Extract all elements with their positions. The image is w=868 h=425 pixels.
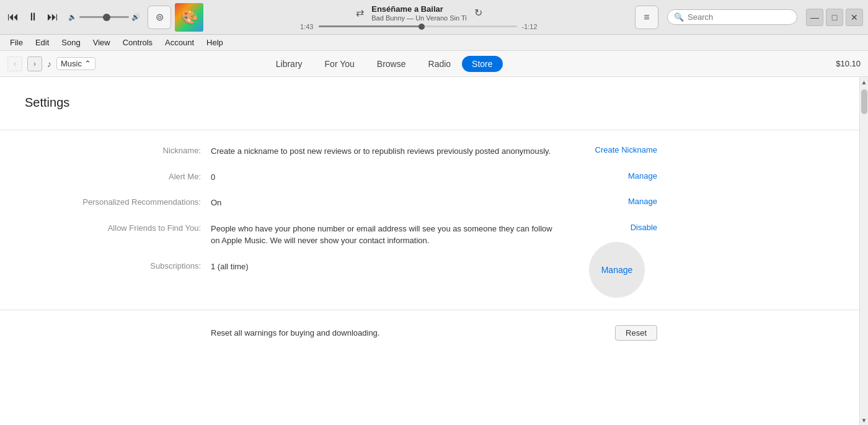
settings-row-recommendations: Personalized Recommendations: On Manage bbox=[25, 197, 835, 209]
subscriptions-value: 1 (all time) bbox=[211, 261, 558, 273]
play-pause-button[interactable]: ⏸ bbox=[25, 8, 41, 26]
minimize-button[interactable]: — bbox=[806, 9, 823, 26]
menu-song[interactable]: Song bbox=[56, 37, 85, 48]
scroll-up-arrow[interactable]: ▲ bbox=[860, 77, 868, 87]
back-button[interactable]: ‹ bbox=[7, 56, 22, 71]
airplay-icon: ⊚ bbox=[156, 11, 164, 23]
bottom-divider bbox=[0, 310, 859, 310]
section-icon-wrap: ♪ bbox=[47, 59, 51, 69]
repeat-button[interactable]: ↻ bbox=[474, 7, 482, 19]
volume-low-icon: 🔈 bbox=[68, 13, 77, 21]
settings-panel: Settings Nickname: Create a nickname to … bbox=[0, 77, 859, 373]
main-content: Settings Nickname: Create a nickname to … bbox=[0, 77, 859, 425]
volume-thumb[interactable] bbox=[103, 14, 110, 21]
recommendations-manage-link[interactable]: Manage bbox=[628, 197, 657, 206]
section-arrow-icon: ⌃ bbox=[84, 59, 91, 68]
forward-button[interactable]: › bbox=[27, 56, 42, 71]
menu-bar: File Edit Song View Controls Account Hel… bbox=[0, 35, 868, 51]
menu-file[interactable]: File bbox=[5, 37, 28, 48]
tab-for-you[interactable]: For You bbox=[314, 55, 366, 73]
volume-track[interactable] bbox=[79, 16, 129, 18]
tab-radio[interactable]: Radio bbox=[417, 55, 463, 73]
friends-disable-link[interactable]: Disable bbox=[631, 223, 657, 232]
now-playing: ⇄ Enséñame a Bailar Bad Bunny — Un Veran… bbox=[207, 4, 631, 30]
window-controls: — □ ✕ bbox=[806, 9, 863, 26]
album-art-image: 🎨 bbox=[175, 3, 203, 32]
close-button[interactable]: ✕ bbox=[846, 9, 863, 26]
fast-forward-button[interactable]: ⏭ bbox=[45, 8, 61, 26]
list-view-button[interactable]: ≡ bbox=[635, 6, 658, 29]
nickname-value: Create a nickname to post new reviews or… bbox=[211, 145, 558, 158]
volume-control[interactable]: 🔈 🔊 bbox=[68, 13, 140, 21]
friends-label: Allow Friends to Find You: bbox=[25, 223, 211, 233]
create-nickname-link[interactable]: Create Nickname bbox=[595, 145, 657, 154]
recommendations-action: Manage bbox=[558, 197, 657, 206]
reset-description: Reset all warnings for buying and downlo… bbox=[211, 327, 558, 339]
nav-bar: ‹ › ♪ Music ⌃ Library For You Browse Rad… bbox=[0, 51, 868, 77]
title-bar: ⏮ ⏸ ⏭ 🔈 🔊 ⊚ 🎨 ⇄ Enséñame a Bailar Bad Bu… bbox=[0, 0, 868, 35]
account-balance[interactable]: $10.10 bbox=[836, 59, 861, 68]
search-box: 🔍 bbox=[667, 9, 797, 25]
nickname-action: Create Nickname bbox=[558, 145, 657, 154]
alert-label: Alert Me: bbox=[25, 171, 211, 181]
scroll-down-arrow[interactable]: ▼ bbox=[860, 415, 868, 425]
alert-value: 0 bbox=[211, 171, 558, 184]
menu-edit[interactable]: Edit bbox=[30, 37, 54, 48]
top-divider bbox=[0, 130, 859, 130]
shuffle-button[interactable]: ⇄ bbox=[356, 7, 364, 19]
section-label: Music bbox=[61, 59, 82, 68]
list-icon: ≡ bbox=[644, 12, 649, 23]
subscriptions-label: Subscriptions: bbox=[25, 261, 211, 271]
maximize-button[interactable]: □ bbox=[826, 9, 843, 26]
search-input[interactable] bbox=[688, 12, 792, 22]
tab-browse[interactable]: Browse bbox=[366, 55, 417, 73]
back-icon: ‹ bbox=[14, 60, 16, 68]
forward-icon: › bbox=[33, 60, 36, 68]
progress-track[interactable] bbox=[319, 25, 517, 27]
volume-high-icon: 🔊 bbox=[131, 13, 140, 21]
reset-action: Reset bbox=[558, 325, 657, 341]
subscriptions-manage-link[interactable]: Manage bbox=[601, 265, 633, 275]
settings-row-friends: Allow Friends to Find You: People who ha… bbox=[25, 223, 835, 247]
recommendations-label: Personalized Recommendations: bbox=[25, 197, 211, 207]
alert-action: Manage bbox=[558, 171, 657, 181]
album-art: 🎨 bbox=[175, 3, 203, 32]
menu-view[interactable]: View bbox=[88, 37, 115, 48]
artist-album: Bad Bunny — Un Verano Sin Ti bbox=[371, 14, 466, 22]
nickname-label: Nickname: bbox=[25, 145, 211, 155]
tab-library[interactable]: Library bbox=[265, 55, 314, 73]
settings-row-subscriptions: Subscriptions: 1 (all time) Manage bbox=[25, 261, 835, 273]
time-remaining: -1:12 bbox=[522, 23, 544, 30]
song-title: Enséñame a Bailar bbox=[371, 4, 466, 14]
airplay-button[interactable]: ⊚ bbox=[148, 6, 171, 29]
time-elapsed: 1:43 bbox=[295, 23, 314, 30]
section-selector[interactable]: Music ⌃ bbox=[56, 57, 95, 70]
progress-fill bbox=[319, 25, 422, 27]
rewind-button[interactable]: ⏮ bbox=[5, 8, 21, 26]
manage-circle-highlight: Manage bbox=[589, 242, 645, 298]
settings-title: Settings bbox=[25, 96, 835, 110]
menu-account[interactable]: Account bbox=[160, 37, 199, 48]
nav-tabs: Library For You Browse Radio Store bbox=[265, 55, 503, 73]
tab-store[interactable]: Store bbox=[462, 56, 502, 72]
reset-button[interactable]: Reset bbox=[615, 325, 657, 341]
music-icon: ♪ bbox=[47, 59, 51, 69]
friends-action: Disable bbox=[558, 223, 657, 232]
friends-value: People who have your phone number or ema… bbox=[211, 223, 558, 247]
scroll-track[interactable] bbox=[860, 87, 868, 415]
settings-row-reset: Reset all warnings for buying and downlo… bbox=[25, 325, 835, 341]
settings-row-nickname: Nickname: Create a nickname to post new … bbox=[25, 145, 835, 158]
menu-controls[interactable]: Controls bbox=[118, 37, 157, 48]
scroll-thumb[interactable] bbox=[861, 89, 867, 114]
recommendations-value: On bbox=[211, 197, 558, 209]
content-wrapper: Settings Nickname: Create a nickname to … bbox=[0, 77, 868, 425]
progress-thumb[interactable] bbox=[418, 24, 425, 30]
reset-label bbox=[25, 333, 211, 333]
settings-row-alert: Alert Me: 0 Manage bbox=[25, 171, 835, 184]
alert-manage-link[interactable]: Manage bbox=[628, 171, 657, 181]
scrollbar: ▲ ▼ bbox=[859, 77, 868, 425]
menu-help[interactable]: Help bbox=[202, 37, 228, 48]
search-icon: 🔍 bbox=[674, 12, 684, 22]
